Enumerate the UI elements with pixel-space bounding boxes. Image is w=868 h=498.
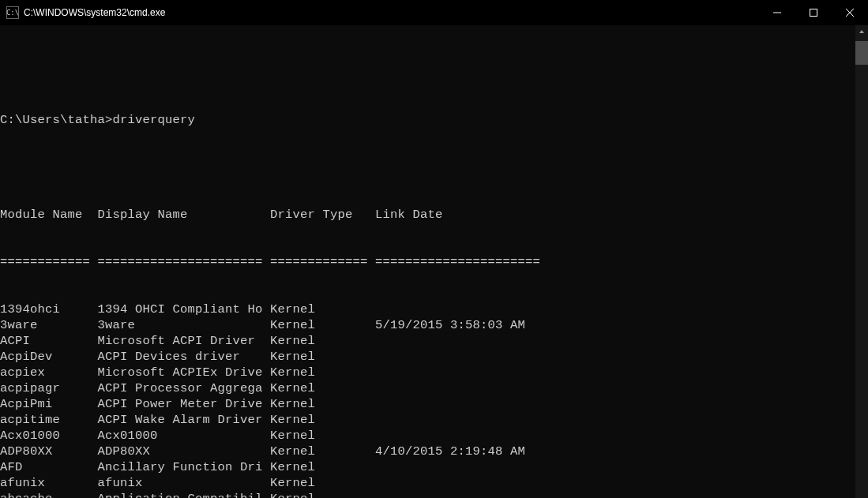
window-titlebar: C:\ C:\WINDOWS\system32\cmd.exe: [0, 0, 868, 25]
table-row: 3ware 3ware Kernel 5/19/2015 3:58:03 AM: [0, 317, 868, 333]
table-row: Acx01000 Acx01000 Kernel: [0, 428, 868, 444]
table-row: AcpiPmi ACPI Power Meter Drive Kernel: [0, 396, 868, 412]
close-button[interactable]: [832, 0, 868, 25]
table-row: AFD Ancillary Function Dri Kernel: [0, 459, 868, 475]
driver-rows: 1394ohci 1394 OHCI Compliant Ho Kernel 3…: [0, 301, 868, 498]
table-row: afunix afunix Kernel: [0, 475, 868, 491]
table-row: 1394ohci 1394 OHCI Compliant Ho Kernel: [0, 301, 868, 317]
table-row: ADP80XX ADP80XX Kernel 4/10/2015 2:19:48…: [0, 444, 868, 459]
table-row: AcpiDev ACPI Devices driver Kernel: [0, 349, 868, 365]
minimize-button[interactable]: [759, 0, 795, 25]
cmd-icon: C:\: [6, 6, 19, 19]
table-row: acpipagr ACPI Processor Aggrega Kernel: [0, 380, 868, 396]
column-separators: ============ ====================== ====…: [0, 254, 868, 270]
scrollbar-track[interactable]: [855, 25, 868, 498]
table-row: acpiex Microsoft ACPIEx Drive Kernel: [0, 365, 868, 380]
table-row: ACPI Microsoft ACPI Driver Kernel: [0, 333, 868, 349]
scrollbar-up-arrow[interactable]: [855, 25, 868, 38]
scrollbar-thumb[interactable]: [855, 41, 868, 65]
terminal-area[interactable]: C:\Users\tatha>driverquery Module Name D…: [0, 25, 868, 498]
titlebar-left: C:\ C:\WINDOWS\system32\cmd.exe: [6, 6, 165, 19]
column-headers: Module Name Display Name Driver Type Lin…: [0, 207, 868, 223]
maximize-button[interactable]: [795, 0, 832, 25]
table-row: acpitime ACPI Wake Alarm Driver Kernel: [0, 412, 868, 428]
window-controls: [759, 0, 868, 25]
prompt-line: C:\Users\tatha>driverquery: [0, 104, 868, 128]
svg-rect-1: [810, 9, 817, 17]
window-title: C:\WINDOWS\system32\cmd.exe: [24, 7, 165, 18]
svg-marker-4: [859, 30, 864, 33]
terminal-content: C:\Users\tatha>driverquery Module Name D…: [0, 25, 868, 498]
table-row: ahcache Application Compatibil Kernel: [0, 491, 868, 498]
